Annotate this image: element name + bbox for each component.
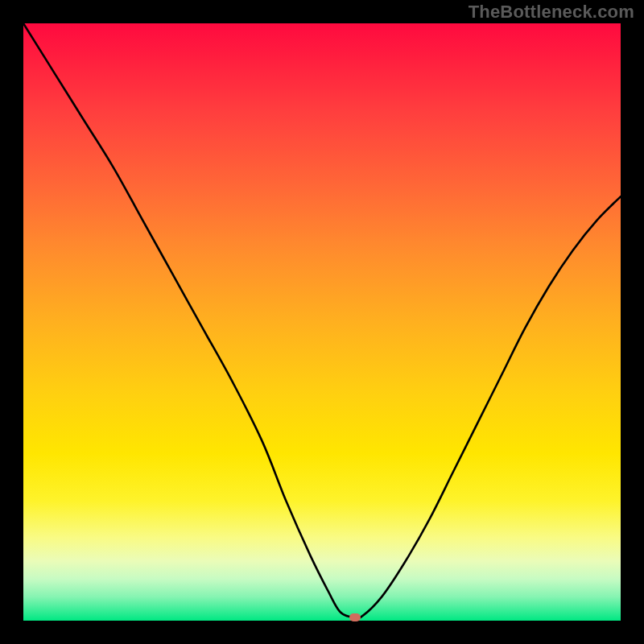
plot-area — [23, 23, 621, 621]
curve-path — [23, 23, 621, 619]
bottleneck-curve — [23, 23, 621, 621]
minimum-marker — [349, 613, 361, 621]
watermark-text: TheBottleneck.com — [469, 2, 634, 23]
chart-frame: TheBottleneck.com — [0, 0, 644, 644]
